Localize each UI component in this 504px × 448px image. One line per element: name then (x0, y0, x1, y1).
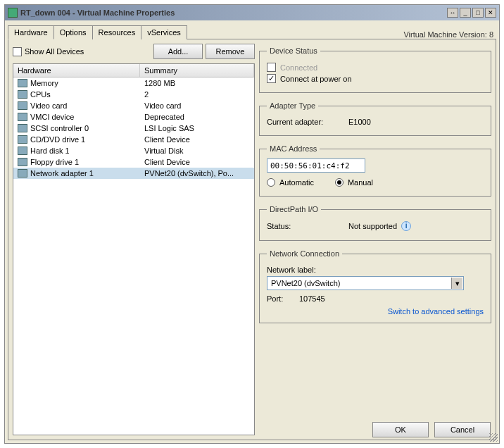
table-row[interactable]: CPUs2 (13, 89, 254, 100)
table-row[interactable]: Network adapter 1PVNet20 (dvSwitch), Po.… (13, 168, 254, 179)
mac-address-input[interactable] (267, 158, 365, 173)
tab-hardware[interactable]: Hardware (8, 25, 54, 39)
resize-grip[interactable] (489, 433, 498, 442)
directpath-status-label: Status: (267, 222, 344, 230)
adapter-type-group: Adapter Type Current adapter: E1000 (259, 101, 491, 136)
port-value: 107545 (299, 294, 325, 303)
chevron-down-icon: ▾ (451, 278, 462, 289)
column-header-summary[interactable]: Summary (140, 64, 254, 77)
hardware-summary: Virtual Disk (140, 147, 254, 155)
hardware-summary: Client Device (140, 158, 254, 166)
column-header-hardware[interactable]: Hardware (13, 64, 140, 77)
ok-button[interactable]: OK (372, 422, 429, 437)
show-all-devices-label: Show All Devices (25, 47, 84, 56)
device-icon (18, 113, 27, 121)
close-button[interactable]: ✕ (485, 8, 496, 18)
device-icon (18, 79, 27, 87)
advanced-settings-link[interactable]: Switch to advanced settings (388, 307, 484, 316)
mac-automatic-radio[interactable] (267, 178, 275, 187)
maximize-button[interactable]: □ (472, 8, 484, 18)
hardware-summary: LSI Logic SAS (140, 124, 254, 132)
table-row[interactable]: VMCI deviceDeprecated (13, 111, 254, 123)
device-icon (18, 169, 27, 178)
directpath-status-value: Not supported (348, 222, 397, 230)
device-status-group: Device Status Connected Connect at power… (259, 46, 491, 93)
hardware-name: Network adapter 1 (30, 169, 94, 178)
table-row[interactable]: Floppy drive 1Client Device (13, 156, 254, 168)
current-adapter-label: Current adapter: (267, 118, 344, 126)
hardware-name: Video card (30, 101, 67, 110)
connect-at-poweron-checkbox[interactable] (267, 74, 276, 83)
vm-properties-window: RT_down 004 - Virtual Machine Properties… (4, 4, 500, 444)
cancel-button[interactable]: Cancel (434, 422, 491, 437)
hardware-summary: Deprecated (140, 113, 254, 121)
minimize-button[interactable]: _ (460, 8, 471, 18)
tabs: Hardware Options Resources vServices (8, 25, 187, 39)
hardware-summary: PVNet20 (dvSwitch), Po... (140, 169, 254, 178)
device-icon (18, 124, 27, 132)
table-row[interactable]: Memory1280 MB (13, 77, 254, 89)
network-label-select[interactable]: PVNet20 (dvSwitch) ▾ (267, 276, 464, 290)
show-all-devices-checkbox[interactable] (13, 47, 22, 56)
hardware-name: Hard disk 1 (30, 147, 70, 155)
hardware-name: Memory (30, 79, 58, 87)
connect-at-poweron-label: Connect at power on (280, 75, 352, 83)
hardware-summary: Video card (140, 101, 254, 110)
tab-options[interactable]: Options (53, 25, 93, 39)
port-label: Port: (267, 294, 295, 303)
tab-resources[interactable]: Resources (92, 25, 142, 39)
tab-vservices[interactable]: vServices (141, 25, 187, 39)
device-icon (18, 135, 27, 144)
hardware-name: CPUs (30, 90, 51, 99)
device-icon (18, 101, 27, 110)
mac-address-group: MAC Address Automatic Manual (259, 144, 491, 197)
hardware-name: SCSI controller 0 (30, 124, 89, 132)
connected-label: Connected (280, 63, 317, 72)
connected-checkbox (267, 63, 276, 72)
device-icon (18, 158, 27, 166)
remove-button[interactable]: Remove (206, 44, 255, 59)
device-icon (18, 147, 27, 155)
hardware-summary: 2 (140, 90, 254, 99)
add-button[interactable]: Add... (153, 44, 203, 59)
titlebar: RT_down 004 - Virtual Machine Properties… (5, 5, 499, 20)
hardware-panel: Show All Devices Add... Remove Hardware … (8, 39, 496, 440)
hardware-name: VMCI device (30, 113, 74, 121)
device-icon (18, 90, 27, 99)
hardware-list: Hardware Summary Memory1280 MBCPUs2Video… (13, 63, 255, 435)
current-adapter-value: E1000 (348, 118, 371, 126)
network-label-text: Network label: (267, 266, 316, 274)
table-row[interactable]: Video cardVideo card (13, 100, 254, 111)
mac-manual-radio[interactable] (335, 178, 344, 187)
directpath-group: DirectPath I/O Status: Not supported i (259, 205, 491, 241)
hardware-name: CD/DVD drive 1 (30, 135, 85, 144)
table-row[interactable]: Hard disk 1Virtual Disk (13, 145, 254, 156)
window-title: RT_down 004 - Virtual Machine Properties (20, 8, 447, 17)
network-connection-group: Network Connection Network label: PVNet2… (259, 249, 491, 323)
info-icon[interactable]: i (401, 221, 411, 231)
hardware-summary: 1280 MB (140, 79, 254, 87)
table-row[interactable]: SCSI controller 0LSI Logic SAS (13, 123, 254, 134)
table-row[interactable]: CD/DVD drive 1Client Device (13, 134, 254, 145)
vm-version-label: Virtual Machine Version: 8 (403, 30, 496, 39)
hardware-summary: Client Device (140, 135, 254, 144)
hardware-name: Floppy drive 1 (30, 158, 79, 166)
resize-horizontal-button[interactable]: ↔ (447, 8, 458, 18)
app-icon (8, 8, 18, 18)
